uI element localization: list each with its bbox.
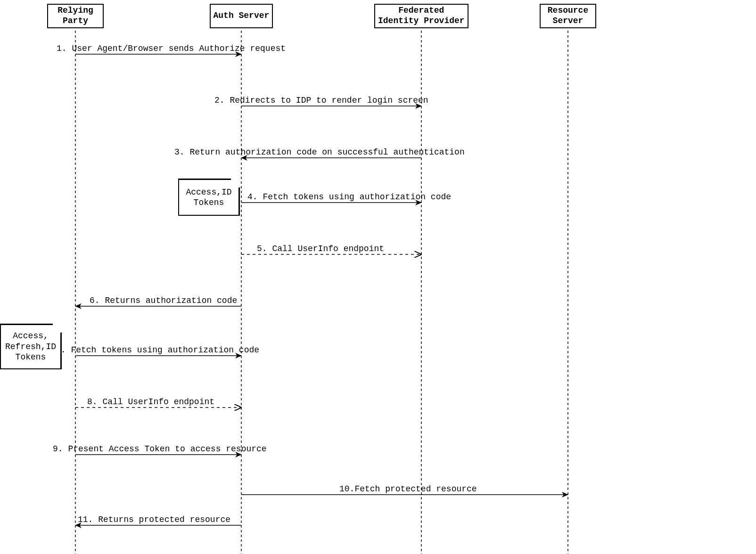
participant-label: Auth Server bbox=[214, 11, 270, 21]
message-label-8: 8. Call UserInfo endpoint bbox=[87, 397, 214, 407]
message-label-1: 1. User Agent/Browser sends Authorize re… bbox=[57, 44, 286, 53]
participant-relying-party: RelyingParty bbox=[47, 4, 104, 28]
message-label-3: 3. Return authorization code on successf… bbox=[174, 147, 465, 157]
message-label-11: 11. Returns protected resource bbox=[78, 515, 230, 524]
note-fold-mask bbox=[231, 178, 240, 187]
participant-label: ResourceServer bbox=[548, 6, 588, 26]
participant-federated-idp: FederatedIdentity Provider bbox=[374, 4, 468, 28]
participant-label: RelyingParty bbox=[58, 6, 93, 26]
note-text: Access,Refresh,IDTokens bbox=[5, 331, 56, 363]
message-label-9: 9. Present Access Token to access resour… bbox=[53, 444, 267, 454]
message-label-4: 4. Fetch tokens using authorization code bbox=[247, 192, 451, 202]
message-label-5: 5. Call UserInfo endpoint bbox=[257, 244, 384, 253]
note-note-access-id: Access,IDTokens bbox=[178, 179, 239, 216]
participant-auth-server: Auth Server bbox=[210, 4, 273, 28]
label-overlay: RelyingPartyAuth ServerFederatedIdentity… bbox=[0, 0, 756, 554]
message-label-2: 2. Redirects to IDP to render login scre… bbox=[214, 96, 428, 105]
participant-label: FederatedIdentity Provider bbox=[378, 6, 465, 26]
participant-resource-server: ResourceServer bbox=[540, 4, 596, 28]
message-label-6: 6. Returns authorization code bbox=[90, 296, 237, 305]
note-note-access-refresh: Access,Refresh,IDTokens bbox=[0, 324, 61, 369]
message-label-7: 7. Fetch tokens using authorization code bbox=[56, 345, 259, 355]
note-fold-mask bbox=[53, 323, 62, 333]
note-text: Access,IDTokens bbox=[186, 187, 231, 208]
message-label-10: 10.Fetch protected resource bbox=[339, 484, 477, 494]
